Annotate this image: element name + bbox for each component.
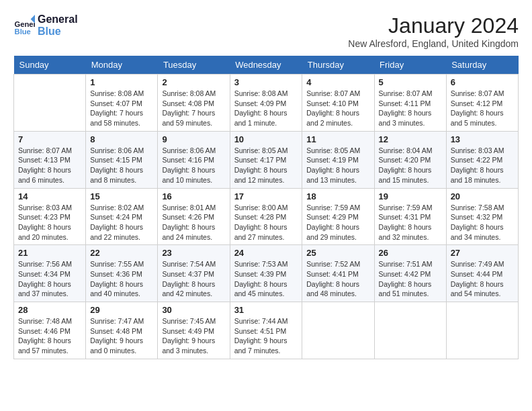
calendar-day-header: Friday	[374, 56, 446, 75]
day-number: 7	[18, 134, 81, 144]
calendar-week-row: 21Sunrise: 7:56 AM Sunset: 4:34 PM Dayli…	[14, 245, 519, 302]
calendar-cell: 29Sunrise: 7:47 AM Sunset: 4:48 PM Dayli…	[86, 302, 158, 359]
calendar-table: SundayMondayTuesdayWednesdayThursdayFrid…	[13, 56, 519, 359]
day-info: Sunrise: 7:45 AM Sunset: 4:49 PM Dayligh…	[162, 316, 225, 356]
calendar-cell: 4Sunrise: 8:07 AM Sunset: 4:10 PM Daylig…	[302, 75, 374, 132]
calendar-cell: 9Sunrise: 8:06 AM Sunset: 4:16 PM Daylig…	[158, 131, 230, 188]
day-number: 13	[451, 134, 514, 144]
day-info: Sunrise: 7:53 AM Sunset: 4:39 PM Dayligh…	[234, 259, 298, 299]
calendar-cell: 16Sunrise: 8:01 AM Sunset: 4:26 PM Dayli…	[158, 188, 230, 245]
day-number: 16	[162, 191, 225, 201]
day-info: Sunrise: 8:07 AM Sunset: 4:13 PM Dayligh…	[18, 146, 81, 185]
logo-line2: Blue	[38, 26, 78, 38]
day-info: Sunrise: 8:02 AM Sunset: 4:24 PM Dayligh…	[90, 203, 153, 242]
day-number: 6	[451, 77, 514, 87]
calendar-header-row: SundayMondayTuesdayWednesdayThursdayFrid…	[14, 56, 519, 75]
day-number: 30	[162, 305, 225, 315]
logo-line1: General	[38, 13, 78, 26]
calendar-cell: 18Sunrise: 7:59 AM Sunset: 4:29 PM Dayli…	[302, 188, 374, 245]
month-title: January 2024	[348, 13, 519, 38]
calendar-cell	[14, 75, 86, 132]
day-number: 23	[162, 248, 225, 258]
calendar-cell: 5Sunrise: 8:07 AM Sunset: 4:11 PM Daylig…	[374, 75, 446, 132]
calendar-cell: 24Sunrise: 7:53 AM Sunset: 4:39 PM Dayli…	[230, 245, 302, 302]
day-info: Sunrise: 7:59 AM Sunset: 4:29 PM Dayligh…	[306, 203, 369, 242]
logo-icon: General Blue	[13, 15, 35, 36]
day-number: 27	[451, 248, 514, 258]
day-number: 14	[18, 191, 81, 201]
calendar-cell: 22Sunrise: 7:55 AM Sunset: 4:36 PM Dayli…	[86, 245, 158, 302]
day-info: Sunrise: 8:01 AM Sunset: 4:26 PM Dayligh…	[162, 203, 225, 242]
day-number: 1	[90, 77, 153, 87]
day-info: Sunrise: 7:44 AM Sunset: 4:51 PM Dayligh…	[234, 316, 298, 356]
day-info: Sunrise: 7:49 AM Sunset: 4:44 PM Dayligh…	[451, 259, 514, 299]
page-header: General Blue General Blue January 2024 N…	[13, 13, 519, 49]
day-info: Sunrise: 7:59 AM Sunset: 4:31 PM Dayligh…	[379, 203, 442, 242]
day-number: 3	[234, 77, 298, 87]
calendar-cell: 23Sunrise: 7:54 AM Sunset: 4:37 PM Dayli…	[158, 245, 230, 302]
day-info: Sunrise: 7:47 AM Sunset: 4:48 PM Dayligh…	[90, 316, 153, 356]
day-info: Sunrise: 8:06 AM Sunset: 4:16 PM Dayligh…	[162, 146, 225, 185]
calendar-week-row: 7Sunrise: 8:07 AM Sunset: 4:13 PM Daylig…	[14, 131, 519, 188]
day-info: Sunrise: 8:08 AM Sunset: 4:09 PM Dayligh…	[234, 89, 298, 128]
day-number: 29	[90, 305, 153, 315]
day-info: Sunrise: 8:07 AM Sunset: 4:12 PM Dayligh…	[451, 89, 514, 128]
day-info: Sunrise: 7:55 AM Sunset: 4:36 PM Dayligh…	[90, 259, 153, 299]
day-info: Sunrise: 8:04 AM Sunset: 4:20 PM Dayligh…	[379, 146, 442, 185]
calendar-cell: 14Sunrise: 8:03 AM Sunset: 4:23 PM Dayli…	[14, 188, 86, 245]
day-info: Sunrise: 8:06 AM Sunset: 4:15 PM Dayligh…	[90, 146, 153, 185]
calendar-day-header: Saturday	[446, 56, 518, 75]
calendar-cell: 19Sunrise: 7:59 AM Sunset: 4:31 PM Dayli…	[374, 188, 446, 245]
calendar-cell: 6Sunrise: 8:07 AM Sunset: 4:12 PM Daylig…	[446, 75, 518, 132]
calendar-cell: 3Sunrise: 8:08 AM Sunset: 4:09 PM Daylig…	[230, 75, 302, 132]
day-number: 8	[90, 134, 153, 144]
calendar-cell: 21Sunrise: 7:56 AM Sunset: 4:34 PM Dayli…	[14, 245, 86, 302]
calendar-day-header: Sunday	[14, 56, 86, 75]
day-info: Sunrise: 8:05 AM Sunset: 4:19 PM Dayligh…	[306, 146, 369, 185]
day-number: 25	[306, 248, 369, 258]
day-number: 11	[306, 134, 369, 144]
calendar-day-header: Tuesday	[158, 56, 230, 75]
day-info: Sunrise: 8:08 AM Sunset: 4:07 PM Dayligh…	[90, 89, 153, 128]
calendar-cell	[302, 302, 374, 359]
day-info: Sunrise: 8:07 AM Sunset: 4:11 PM Dayligh…	[379, 89, 442, 128]
day-info: Sunrise: 7:48 AM Sunset: 4:46 PM Dayligh…	[18, 316, 81, 356]
day-info: Sunrise: 8:03 AM Sunset: 4:23 PM Dayligh…	[18, 203, 81, 242]
calendar-cell: 17Sunrise: 8:00 AM Sunset: 4:28 PM Dayli…	[230, 188, 302, 245]
location: New Alresford, England, United Kingdom	[348, 38, 519, 49]
calendar-cell: 26Sunrise: 7:51 AM Sunset: 4:42 PM Dayli…	[374, 245, 446, 302]
calendar-cell: 27Sunrise: 7:49 AM Sunset: 4:44 PM Dayli…	[446, 245, 518, 302]
calendar-day-header: Monday	[86, 56, 158, 75]
day-number: 22	[90, 248, 153, 258]
day-number: 21	[18, 248, 81, 258]
day-info: Sunrise: 7:52 AM Sunset: 4:41 PM Dayligh…	[306, 259, 369, 299]
calendar-cell: 12Sunrise: 8:04 AM Sunset: 4:20 PM Dayli…	[374, 131, 446, 188]
day-number: 26	[379, 248, 442, 258]
day-number: 15	[90, 191, 153, 201]
day-number: 4	[306, 77, 369, 87]
calendar-week-row: 1Sunrise: 8:08 AM Sunset: 4:07 PM Daylig…	[14, 75, 519, 132]
day-number: 31	[234, 305, 298, 315]
calendar-cell: 7Sunrise: 8:07 AM Sunset: 4:13 PM Daylig…	[14, 131, 86, 188]
day-info: Sunrise: 8:08 AM Sunset: 4:08 PM Dayligh…	[162, 89, 225, 128]
calendar-week-row: 28Sunrise: 7:48 AM Sunset: 4:46 PM Dayli…	[14, 302, 519, 359]
logo: General Blue General Blue	[13, 13, 78, 37]
calendar-week-row: 14Sunrise: 8:03 AM Sunset: 4:23 PM Dayli…	[14, 188, 519, 245]
calendar-cell: 20Sunrise: 7:58 AM Sunset: 4:32 PM Dayli…	[446, 188, 518, 245]
day-number: 10	[234, 134, 298, 144]
calendar-cell	[446, 302, 518, 359]
day-number: 5	[379, 77, 442, 87]
calendar-cell: 8Sunrise: 8:06 AM Sunset: 4:15 PM Daylig…	[86, 131, 158, 188]
calendar-cell	[374, 302, 446, 359]
calendar-cell: 13Sunrise: 8:03 AM Sunset: 4:22 PM Dayli…	[446, 131, 518, 188]
day-number: 9	[162, 134, 225, 144]
day-number: 19	[379, 191, 442, 201]
calendar-cell: 15Sunrise: 8:02 AM Sunset: 4:24 PM Dayli…	[86, 188, 158, 245]
calendar-cell: 28Sunrise: 7:48 AM Sunset: 4:46 PM Dayli…	[14, 302, 86, 359]
calendar-cell: 11Sunrise: 8:05 AM Sunset: 4:19 PM Dayli…	[302, 131, 374, 188]
title-section: January 2024 New Alresford, England, Uni…	[348, 13, 519, 49]
calendar-cell: 25Sunrise: 7:52 AM Sunset: 4:41 PM Dayli…	[302, 245, 374, 302]
calendar-cell: 10Sunrise: 8:05 AM Sunset: 4:17 PM Dayli…	[230, 131, 302, 188]
calendar-cell: 2Sunrise: 8:08 AM Sunset: 4:08 PM Daylig…	[158, 75, 230, 132]
calendar-cell: 1Sunrise: 8:08 AM Sunset: 4:07 PM Daylig…	[86, 75, 158, 132]
